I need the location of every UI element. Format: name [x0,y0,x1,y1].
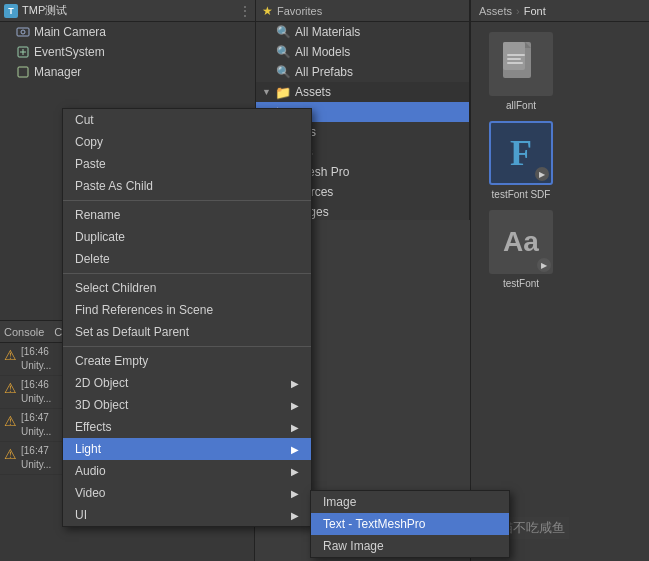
assets-tree-header[interactable]: ▼ 📁 Assets [256,82,469,102]
breadcrumb-font[interactable]: Font [524,5,546,17]
menu-item-light[interactable]: Light ▶ [63,438,311,460]
delete-label: Delete [75,252,110,266]
select-children-label: Select Children [75,281,156,295]
eventsystem-label: EventSystem [34,45,105,59]
arrow-2d: ▶ [291,378,299,389]
search-icon-materials: 🔍 [276,25,291,39]
assets-grid: allFont F ▶ testFont SDF Aa ▶ testFont [471,22,649,299]
assets-file-panel: Assets › Font allFont F ▶ [470,0,649,561]
menu-item-set-default-parent[interactable]: Set as Default Parent [63,321,311,343]
breadcrumb: Assets › Font [471,0,649,22]
sub-context-menu: Image Text - TextMeshPro Raw Image [310,490,510,558]
manager-label: Manager [34,65,81,79]
favorites-title: Favorites [277,5,322,17]
menu-item-3d-object[interactable]: 3D Object ▶ [63,394,311,416]
menu-item-duplicate[interactable]: Duplicate [63,226,311,248]
console-label: Console [4,326,44,338]
asset-label-allfont: allFont [506,100,536,111]
search-icon-models: 🔍 [276,45,291,59]
breadcrumb-assets[interactable]: Assets [479,5,512,17]
context-menu: Cut Copy Paste Paste As Child Rename Dup… [62,108,312,527]
asset-icon-testfont-sdf: F ▶ [489,121,553,185]
asset-testfont-sdf[interactable]: F ▶ testFont SDF [481,121,561,200]
2d-object-label: 2D Object [75,376,128,390]
menu-item-select-children[interactable]: Select Children [63,277,311,299]
text-textmeshpro-label: Text - TextMeshPro [323,517,425,531]
svg-rect-7 [507,58,521,60]
menu-item-delete[interactable]: Delete [63,248,311,270]
video-label: Video [75,486,105,500]
tmp-icon: T [4,4,18,18]
log-text-1: [16:46Unity... [21,345,51,373]
triangle-icon: ▼ [262,87,271,97]
svg-point-1 [21,30,25,34]
cut-label: Cut [75,113,94,127]
star-icon: ★ [262,4,273,18]
all-prefabs-label: All Prefabs [295,65,353,79]
menu-item-video[interactable]: Video ▶ [63,482,311,504]
camera-label: Main Camera [34,25,106,39]
menu-item-effects[interactable]: Effects ▶ [63,416,311,438]
arrow-3d: ▶ [291,400,299,411]
favorites-all-materials[interactable]: 🔍 All Materials [256,22,469,42]
menu-item-ui[interactable]: UI ▶ [63,504,311,526]
menu-item-rename[interactable]: Rename [63,204,311,226]
hierarchy-options-button[interactable]: ⋮ [239,4,251,18]
set-default-parent-label: Set as Default Parent [75,325,189,339]
hierarchy-title: TMP测试 [22,3,67,18]
sub-menu-raw-image[interactable]: Raw Image [311,535,509,557]
create-empty-label: Create Empty [75,354,148,368]
font-aa-letter: Aa [503,226,539,258]
separator-1 [63,200,311,201]
menu-item-paste-child[interactable]: Paste As Child [63,175,311,197]
hierarchy-item-eventsystem[interactable]: EventSystem [0,42,255,62]
asset-label-testfont: testFont [503,278,539,289]
assets-tree-label: Assets [295,85,331,99]
image-label: Image [323,495,356,509]
sub-menu-text-textmeshpro[interactable]: Text - TextMeshPro [311,513,509,535]
hierarchy-header: T TMP测试 ⋮ [0,0,255,22]
font-f-letter: F [510,132,532,174]
asset-allfont[interactable]: allFont [481,32,561,111]
menu-item-find-references[interactable]: Find References in Scene [63,299,311,321]
favorites-all-prefabs[interactable]: 🔍 All Prefabs [256,62,469,82]
copy-label: Copy [75,135,103,149]
log-text-3: [16:47Unity... [21,411,51,439]
all-materials-label: All Materials [295,25,360,39]
hierarchy-item-manager[interactable]: Manager [0,62,255,82]
raw-image-label: Raw Image [323,539,384,553]
audio-label: Audio [75,464,106,478]
favorites-all-models[interactable]: 🔍 All Models [256,42,469,62]
menu-item-copy[interactable]: Copy [63,131,311,153]
hierarchy-item-camera[interactable]: Main Camera [0,22,255,42]
menu-item-create-empty[interactable]: Create Empty [63,350,311,372]
paste-label: Paste [75,157,106,171]
find-references-label: Find References in Scene [75,303,213,317]
camera-icon [16,25,30,39]
sub-menu-image[interactable]: Image [311,491,509,513]
warn-icon-1: ⚠ [4,347,17,363]
warn-icon-3: ⚠ [4,413,17,429]
arrow-light: ▶ [291,444,299,455]
folder-icon-assets: 📁 [275,85,291,100]
menu-item-paste[interactable]: Paste [63,153,311,175]
duplicate-label: Duplicate [75,230,125,244]
menu-item-2d-object[interactable]: 2D Object ▶ [63,372,311,394]
play-icon-sdf: ▶ [535,167,549,181]
log-text-2: [16:46Unity... [21,378,51,406]
document-icon [497,40,545,88]
svg-rect-0 [17,28,29,36]
warn-icon-2: ⚠ [4,380,17,396]
breadcrumb-separator: › [516,5,520,17]
light-label: Light [75,442,101,456]
menu-item-cut[interactable]: Cut [63,109,311,131]
menu-item-audio[interactable]: Audio ▶ [63,460,311,482]
arrow-ui: ▶ [291,510,299,521]
asset-icon-allfont [489,32,553,96]
object-icon [16,65,30,79]
effects-label: Effects [75,420,111,434]
separator-2 [63,273,311,274]
asset-testfont[interactable]: Aa ▶ testFont [481,210,561,289]
warn-icon-4: ⚠ [4,446,17,462]
arrow-video: ▶ [291,488,299,499]
